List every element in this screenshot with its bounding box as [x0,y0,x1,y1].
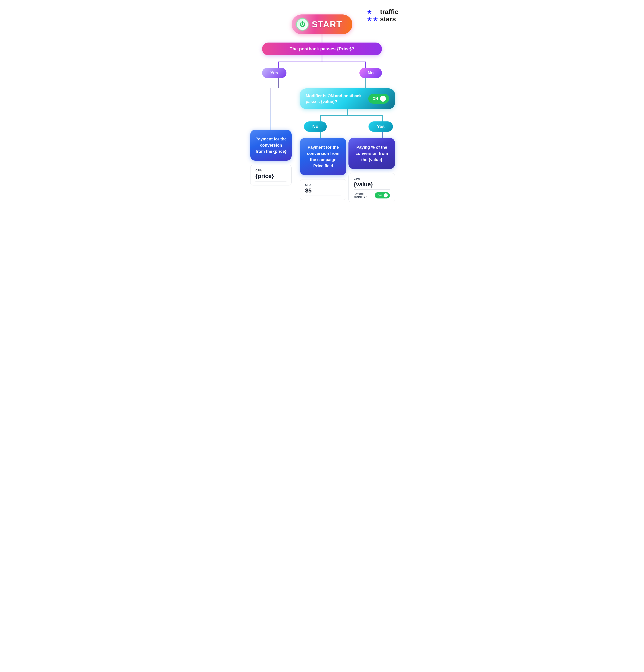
star2-icon: ★ [367,16,372,23]
logo-text: traffic stars [380,8,398,23]
result3-col: Paying % of the conversion from the {val… [349,138,395,202]
connector-start-to-question [321,34,323,43]
yes-pill: Yes [262,68,286,78]
cpa2-label: CPA [305,183,341,187]
cpa-box-2: CPA $5 [300,179,347,200]
toggle-on[interactable]: ON [368,94,389,104]
payout-modifier-toggle[interactable]: ON [375,192,390,199]
payout-modifier-row: PAYOUT MODIFIER ON [354,192,390,199]
result-box-3: Paying % of the conversion from the {val… [349,138,395,169]
logo: ★ ★ ★ traffic stars [367,8,398,23]
modifier-text: Modifier is ON and postback passes {valu… [306,93,364,105]
payout-toggle-circle [384,193,388,197]
result-box-1: Payment for the conversion from the {pri… [250,130,292,161]
main-branches: Payment for the conversion from the {pri… [246,88,398,202]
no2-pill: No [304,121,327,132]
cpa-box-3: CPA {value} PAYOUT MODIFIER ON [349,173,395,202]
payout-modifier-label: PAYOUT MODIFIER [354,192,372,198]
cpa1-value: {price} [256,173,286,181]
yes2-pill: Yes [368,121,393,132]
payout-toggle-label: ON [378,194,382,197]
flowchart: ⏻ START The postback passes {Price}? Yes [246,14,398,202]
result-box-2: Payment for the conversion from the camp… [300,138,347,175]
no2-yes2-h-connector [300,115,395,121]
cpa2-value: $5 [305,187,341,196]
yes-branch: Payment for the conversion from the {pri… [246,88,296,202]
power-symbol: ⏻ [300,22,305,27]
power-icon: ⏻ [296,18,308,31]
cpa3-label: CPA [354,177,390,180]
page-wrapper: ★ ★ ★ traffic stars ⏻ START The postback… [242,4,402,211]
no2-yes2-row: No Yes [300,121,395,132]
yes-no-row: Yes No [262,68,382,78]
postback-question-box: The postback passes {Price}? [262,43,382,55]
logo-stars: ★ ★ ★ [367,9,378,23]
branch-connector-2 [262,78,382,88]
cpa1-label: CPA [256,169,286,172]
modifier-down-connector [347,109,348,115]
modifier-box: Modifier is ON and postback passes {valu… [300,88,395,109]
start-button[interactable]: ⏻ START [292,14,353,34]
cpa3-value: {value} [354,181,390,190]
result2-col: Payment for the conversion from the camp… [300,138,347,200]
result-connectors [300,132,395,138]
yes-branch-line [271,88,271,130]
star1-icon: ★ [367,9,372,15]
start-label: START [312,20,342,29]
toggle-circle [380,96,386,101]
result-boxes-row: Payment for the conversion from the camp… [300,138,395,202]
toggle-label: ON [372,97,378,101]
star3-icon: ★ [373,16,378,23]
no-pill: No [360,68,382,78]
no-branch: Modifier is ON and postback passes {valu… [296,88,398,202]
cpa-box-1: CPA {price} [250,165,292,185]
postback-question-text: The postback passes {Price}? [290,46,354,51]
branch-connector-1 [262,55,382,68]
